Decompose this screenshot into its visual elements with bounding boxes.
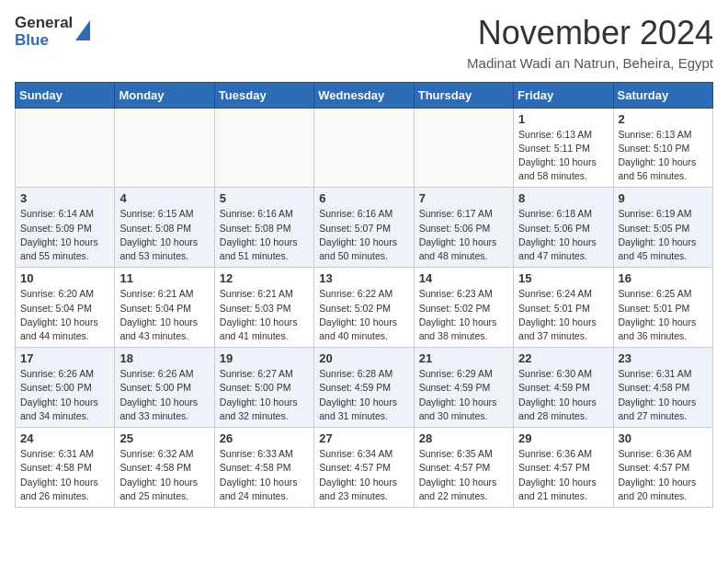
calendar-cell: 7Sunrise: 6:17 AMSunset: 5:06 PMDaylight… bbox=[414, 188, 513, 268]
calendar-cell: 22Sunrise: 6:30 AMSunset: 4:59 PMDayligh… bbox=[514, 348, 613, 428]
calendar-cell: 28Sunrise: 6:35 AMSunset: 4:57 PMDayligh… bbox=[414, 428, 513, 508]
day-number: 3 bbox=[20, 191, 109, 205]
header-saturday: Saturday bbox=[613, 82, 712, 108]
day-number: 21 bbox=[419, 351, 508, 365]
logo-arrow-icon bbox=[75, 20, 90, 40]
calendar-cell: 6Sunrise: 6:16 AMSunset: 5:07 PMDaylight… bbox=[314, 188, 414, 268]
calendar-cell: 26Sunrise: 6:33 AMSunset: 4:58 PMDayligh… bbox=[214, 428, 313, 508]
day-number: 27 bbox=[319, 431, 408, 445]
day-info: Sunrise: 6:17 AMSunset: 5:06 PMDaylight:… bbox=[419, 207, 508, 263]
day-info: Sunrise: 6:33 AMSunset: 4:58 PMDaylight:… bbox=[220, 447, 309, 503]
calendar-cell: 11Sunrise: 6:21 AMSunset: 5:04 PMDayligh… bbox=[115, 268, 214, 348]
calendar-cell: 25Sunrise: 6:32 AMSunset: 4:58 PMDayligh… bbox=[115, 428, 214, 508]
day-number: 30 bbox=[619, 431, 708, 445]
day-info: Sunrise: 6:24 AMSunset: 5:01 PMDaylight:… bbox=[518, 287, 608, 343]
day-number: 12 bbox=[220, 271, 309, 285]
calendar-cell: 21Sunrise: 6:29 AMSunset: 4:59 PMDayligh… bbox=[414, 348, 513, 428]
calendar-cell: 15Sunrise: 6:24 AMSunset: 5:01 PMDayligh… bbox=[514, 268, 613, 348]
calendar-table: SundayMondayTuesdayWednesdayThursdayFrid… bbox=[15, 82, 713, 508]
day-info: Sunrise: 6:13 AMSunset: 5:10 PMDaylight:… bbox=[619, 128, 708, 184]
logo-general: General bbox=[15, 15, 73, 32]
day-number: 17 bbox=[20, 351, 109, 365]
day-number: 6 bbox=[319, 191, 408, 205]
calendar-cell bbox=[214, 108, 313, 188]
calendar-cell: 1Sunrise: 6:13 AMSunset: 5:11 PMDaylight… bbox=[514, 108, 613, 188]
day-info: Sunrise: 6:29 AMSunset: 4:59 PMDaylight:… bbox=[419, 367, 508, 423]
day-info: Sunrise: 6:22 AMSunset: 5:02 PMDaylight:… bbox=[319, 287, 408, 343]
day-number: 16 bbox=[619, 271, 708, 285]
day-number: 24 bbox=[20, 431, 109, 445]
day-number: 26 bbox=[220, 431, 309, 445]
day-number: 11 bbox=[119, 271, 209, 285]
day-info: Sunrise: 6:26 AMSunset: 5:00 PMDaylight:… bbox=[20, 367, 109, 423]
calendar-cell: 24Sunrise: 6:31 AMSunset: 4:58 PMDayligh… bbox=[16, 428, 115, 508]
day-info: Sunrise: 6:16 AMSunset: 5:08 PMDaylight:… bbox=[220, 207, 309, 263]
day-number: 5 bbox=[220, 191, 309, 205]
calendar-cell: 9Sunrise: 6:19 AMSunset: 5:05 PMDaylight… bbox=[613, 188, 712, 268]
week-row-3: 10Sunrise: 6:20 AMSunset: 5:04 PMDayligh… bbox=[16, 268, 713, 348]
calendar-cell: 18Sunrise: 6:26 AMSunset: 5:00 PMDayligh… bbox=[115, 348, 214, 428]
logo-blue: Blue bbox=[15, 32, 73, 50]
day-number: 19 bbox=[220, 351, 309, 365]
day-number: 28 bbox=[419, 431, 508, 445]
day-info: Sunrise: 6:26 AMSunset: 5:00 PMDaylight:… bbox=[119, 367, 209, 423]
header-monday: Monday bbox=[115, 82, 214, 108]
calendar-cell: 2Sunrise: 6:13 AMSunset: 5:10 PMDaylight… bbox=[613, 108, 712, 188]
day-info: Sunrise: 6:20 AMSunset: 5:04 PMDaylight:… bbox=[20, 287, 109, 343]
day-info: Sunrise: 6:34 AMSunset: 4:57 PMDaylight:… bbox=[319, 447, 408, 503]
logo: General Blue bbox=[15, 15, 90, 49]
week-row-4: 17Sunrise: 6:26 AMSunset: 5:00 PMDayligh… bbox=[16, 348, 713, 428]
day-info: Sunrise: 6:13 AMSunset: 5:11 PMDaylight:… bbox=[518, 128, 608, 184]
header-thursday: Thursday bbox=[414, 82, 513, 108]
day-number: 23 bbox=[619, 351, 708, 365]
day-number: 20 bbox=[319, 351, 408, 365]
calendar-cell: 12Sunrise: 6:21 AMSunset: 5:03 PMDayligh… bbox=[214, 268, 313, 348]
day-number: 1 bbox=[518, 112, 608, 126]
day-info: Sunrise: 6:18 AMSunset: 5:06 PMDaylight:… bbox=[518, 207, 608, 263]
day-info: Sunrise: 6:19 AMSunset: 5:05 PMDaylight:… bbox=[619, 207, 708, 263]
day-info: Sunrise: 6:23 AMSunset: 5:02 PMDaylight:… bbox=[419, 287, 508, 343]
month-title: November 2024 bbox=[467, 15, 713, 52]
day-info: Sunrise: 6:27 AMSunset: 5:00 PMDaylight:… bbox=[220, 367, 309, 423]
calendar-cell: 5Sunrise: 6:16 AMSunset: 5:08 PMDaylight… bbox=[214, 188, 313, 268]
day-info: Sunrise: 6:16 AMSunset: 5:07 PMDaylight:… bbox=[319, 207, 408, 263]
day-number: 25 bbox=[119, 431, 209, 445]
calendar-cell: 8Sunrise: 6:18 AMSunset: 5:06 PMDaylight… bbox=[514, 188, 613, 268]
header-wednesday: Wednesday bbox=[314, 82, 414, 108]
calendar-cell bbox=[16, 108, 115, 188]
day-info: Sunrise: 6:30 AMSunset: 4:59 PMDaylight:… bbox=[518, 367, 608, 423]
logo-text: General Blue bbox=[15, 15, 73, 49]
header-friday: Friday bbox=[514, 82, 613, 108]
day-info: Sunrise: 6:28 AMSunset: 4:59 PMDaylight:… bbox=[319, 367, 408, 423]
calendar-cell bbox=[115, 108, 214, 188]
calendar-cell: 29Sunrise: 6:36 AMSunset: 4:57 PMDayligh… bbox=[514, 428, 613, 508]
calendar-cell: 23Sunrise: 6:31 AMSunset: 4:58 PMDayligh… bbox=[613, 348, 712, 428]
calendar-header-row: SundayMondayTuesdayWednesdayThursdayFrid… bbox=[16, 82, 713, 108]
day-info: Sunrise: 6:36 AMSunset: 4:57 PMDaylight:… bbox=[619, 447, 708, 503]
calendar-cell: 17Sunrise: 6:26 AMSunset: 5:00 PMDayligh… bbox=[16, 348, 115, 428]
day-info: Sunrise: 6:32 AMSunset: 4:58 PMDaylight:… bbox=[119, 447, 209, 503]
location: Madinat Wadi an Natrun, Beheira, Egypt bbox=[467, 55, 713, 71]
calendar-cell: 30Sunrise: 6:36 AMSunset: 4:57 PMDayligh… bbox=[613, 428, 712, 508]
day-info: Sunrise: 6:21 AMSunset: 5:04 PMDaylight:… bbox=[119, 287, 209, 343]
calendar-cell: 20Sunrise: 6:28 AMSunset: 4:59 PMDayligh… bbox=[314, 348, 414, 428]
day-info: Sunrise: 6:35 AMSunset: 4:57 PMDaylight:… bbox=[419, 447, 508, 503]
header-tuesday: Tuesday bbox=[214, 82, 313, 108]
day-number: 13 bbox=[319, 271, 408, 285]
day-number: 8 bbox=[518, 191, 608, 205]
day-info: Sunrise: 6:31 AMSunset: 4:58 PMDaylight:… bbox=[619, 367, 708, 423]
page-header: General Blue November 2024 Madinat Wadi … bbox=[15, 15, 713, 71]
day-number: 15 bbox=[518, 271, 608, 285]
day-number: 10 bbox=[20, 271, 109, 285]
week-row-2: 3Sunrise: 6:14 AMSunset: 5:09 PMDaylight… bbox=[16, 188, 713, 268]
day-number: 14 bbox=[419, 271, 508, 285]
day-number: 29 bbox=[518, 431, 608, 445]
day-number: 18 bbox=[119, 351, 209, 365]
calendar-cell: 19Sunrise: 6:27 AMSunset: 5:00 PMDayligh… bbox=[214, 348, 313, 428]
calendar-cell: 13Sunrise: 6:22 AMSunset: 5:02 PMDayligh… bbox=[314, 268, 414, 348]
day-number: 4 bbox=[119, 191, 209, 205]
calendar-cell: 14Sunrise: 6:23 AMSunset: 5:02 PMDayligh… bbox=[414, 268, 513, 348]
calendar-cell bbox=[414, 108, 513, 188]
calendar-cell: 10Sunrise: 6:20 AMSunset: 5:04 PMDayligh… bbox=[16, 268, 115, 348]
day-number: 2 bbox=[619, 112, 708, 126]
